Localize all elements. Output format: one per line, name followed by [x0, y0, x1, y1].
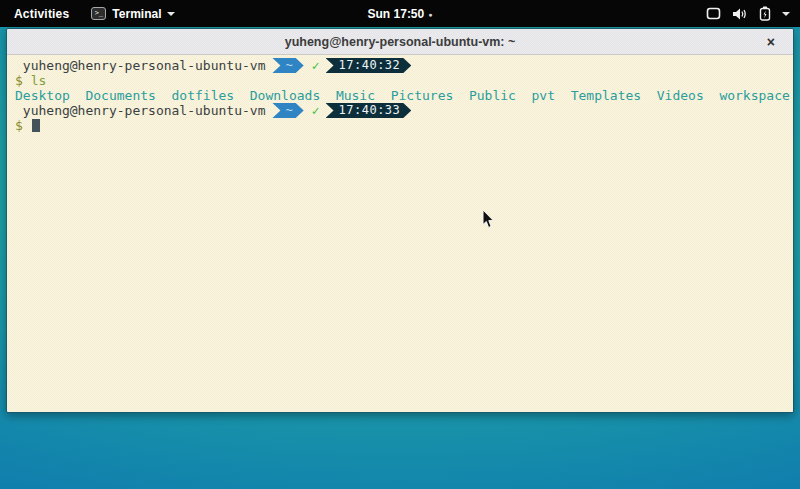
prompt-status-check-icon: ✓: [312, 58, 320, 73]
prompt-symbol: $: [15, 73, 23, 88]
directory-name: Videos: [657, 88, 704, 103]
directory-name: Pictures: [391, 88, 454, 103]
window-titlebar[interactable]: yuheng@henry-personal-ubuntu-vm: ~ ×: [7, 29, 793, 55]
prompt-line: yuheng@henry-personal-ubuntu-vm ~ ✓ 17:4…: [15, 58, 791, 73]
prompt-cwd-segment: ~: [272, 58, 303, 73]
mouse-pointer-icon: [482, 210, 495, 229]
notification-dot-icon: ●: [428, 11, 432, 18]
directory-name: Music: [336, 88, 375, 103]
activities-button[interactable]: Activities: [10, 5, 73, 23]
terminal-screen[interactable]: yuheng@henry-personal-ubuntu-vm ~ ✓ 17:4…: [7, 55, 793, 412]
prompt-symbol: $: [15, 118, 23, 133]
close-button[interactable]: ×: [763, 29, 779, 55]
ls-output-line: DesktopDocumentsdotfilesDownloadsMusicPi…: [15, 88, 791, 103]
prompt-status-check-icon: ✓: [312, 103, 320, 118]
system-tray-button[interactable]: [706, 6, 800, 21]
directory-name: Documents: [85, 88, 155, 103]
display-icon: [706, 7, 721, 20]
top-bar: Activities >_ Terminal Sun 17:50 ●: [0, 0, 800, 27]
prompt-cwd-segment: ~: [272, 103, 303, 118]
spacer: [23, 118, 31, 133]
directory-name: Templates: [571, 88, 641, 103]
prompt-time-segment: 17:40:33: [326, 103, 412, 118]
terminal-icon: >_: [91, 7, 106, 20]
clock-button[interactable]: Sun 17:50: [368, 7, 425, 21]
typed-command: ls: [31, 73, 47, 88]
spacer: [23, 73, 31, 88]
directory-name: Desktop: [15, 88, 70, 103]
command-line: $ ls: [15, 73, 791, 88]
directory-name: workspace: [719, 88, 789, 103]
input-line: $: [15, 118, 791, 133]
directory-name: dotfiles: [172, 88, 235, 103]
terminal-window: yuheng@henry-personal-ubuntu-vm: ~ × yuh…: [6, 28, 794, 413]
app-menu-label: Terminal: [112, 7, 161, 21]
terminal-cursor: [32, 119, 40, 132]
tray-chevron-down-icon: [782, 12, 790, 16]
prompt-time-segment: 17:40:32: [326, 58, 412, 73]
directory-name: pvt: [532, 88, 555, 103]
prompt-user-host: yuheng@henry-personal-ubuntu-vm: [15, 58, 265, 73]
directory-name: Public: [469, 88, 516, 103]
chevron-down-icon: [167, 12, 175, 16]
top-bar-left: Activities >_ Terminal: [0, 5, 175, 23]
prompt-line: yuheng@henry-personal-ubuntu-vm ~ ✓ 17:4…: [15, 103, 791, 118]
volume-icon: [732, 7, 748, 21]
terminal-app-menu[interactable]: >_ Terminal: [91, 7, 175, 21]
battery-charging-icon: [759, 6, 771, 21]
directory-name: Downloads: [250, 88, 320, 103]
window-title: yuheng@henry-personal-ubuntu-vm: ~: [285, 35, 516, 49]
prompt-user-host: yuheng@henry-personal-ubuntu-vm: [15, 103, 265, 118]
